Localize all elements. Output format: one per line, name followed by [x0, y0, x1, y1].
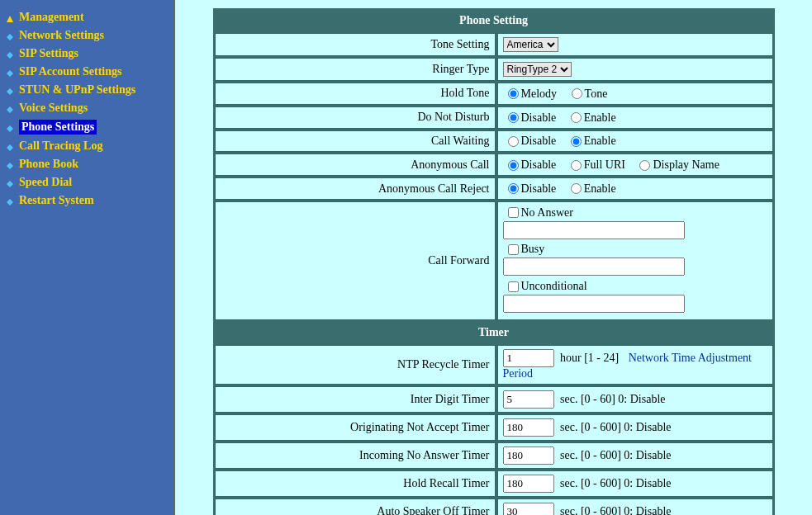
hold-tone-tone-radio[interactable] [572, 88, 582, 99]
sidebar-item-sip-settings[interactable]: SIP Settings [4, 45, 169, 63]
sidebar-item-label: Restart System [19, 194, 94, 207]
cf-no-answer-input[interactable] [503, 221, 685, 239]
call-waiting-label: Call Waiting [215, 130, 496, 153]
sidebar-item-label: Phone Book [19, 158, 78, 171]
ringer-type-select[interactable]: RingType 2 [503, 62, 572, 77]
hold-tone-melody-radio[interactable] [508, 88, 519, 99]
diamond-icon [6, 123, 14, 131]
sidebar: Management Network Settings SIP Settings… [0, 0, 173, 515]
svg-marker-4 [7, 88, 13, 95]
radio-label: Full URI [584, 158, 625, 171]
radio-label: Disable [521, 182, 557, 195]
incoming-no-ans-hint: sec. [0 - 600] 0: Disable [560, 449, 672, 461]
cf-unconditional-input[interactable] [503, 295, 685, 313]
ntp-timer-input[interactable] [503, 349, 554, 367]
radio-label: Disable [521, 158, 557, 171]
diamond-icon [6, 178, 14, 187]
orig-not-accept-hint: sec. [0 - 600] 0: Disable [560, 421, 672, 433]
ntp-timer-label: NTP Recycle Timer [215, 345, 496, 385]
settings-table: Phone Setting Tone Setting America Ringe… [213, 8, 775, 515]
anon-call-fulluri-radio[interactable] [571, 160, 582, 171]
main-content: Phone Setting Tone Setting America Ringe… [173, 0, 812, 515]
call-waiting-enable-radio[interactable] [571, 136, 582, 147]
tone-setting-select[interactable]: America [503, 37, 558, 52]
sidebar-item-label: Phone Settings [19, 120, 97, 135]
radio-label: Enable [584, 111, 616, 124]
sidebar-item-voice-settings[interactable]: Voice Settings [4, 99, 169, 117]
radio-label: Disable [521, 111, 557, 124]
diamond-icon [6, 142, 14, 150]
sidebar-item-management[interactable]: Management [4, 8, 169, 26]
diamond-icon [6, 31, 14, 40]
cf-unconditional-checkbox[interactable] [508, 281, 519, 292]
radio-label: Display Name [653, 158, 719, 171]
inter-digit-hint: sec. [0 - 60] 0: Disable [560, 393, 666, 405]
diamond-icon [6, 196, 14, 205]
checkbox-label: Unconditional [521, 280, 587, 292]
sidebar-item-label: STUN & UPnP Settings [19, 83, 135, 97]
svg-marker-2 [7, 52, 13, 59]
svg-marker-8 [7, 163, 13, 169]
cf-no-answer-checkbox[interactable] [508, 207, 519, 218]
sidebar-item-phone-settings[interactable]: Phone Settings [4, 117, 169, 137]
diamond-icon [6, 86, 14, 94]
hold-recall-input[interactable] [503, 475, 554, 493]
radio-label: Disable [521, 135, 557, 147]
hold-recall-label: Hold Recall Timer [215, 470, 496, 497]
svg-marker-3 [7, 70, 13, 77]
incoming-no-ans-input[interactable] [503, 446, 554, 465]
diamond-icon [6, 160, 14, 168]
sidebar-item-label: Voice Settings [19, 102, 88, 115]
sidebar-item-phone-book[interactable]: Phone Book [4, 155, 169, 173]
svg-marker-10 [7, 199, 13, 206]
anon-reject-enable-radio[interactable] [571, 183, 582, 194]
sidebar-item-label: Network Settings [19, 29, 104, 42]
anon-call-disable-radio[interactable] [508, 160, 519, 171]
triangle-up-icon [6, 13, 14, 21]
dnd-label: Do Not Disturb [215, 106, 496, 129]
auto-speaker-input[interactable] [503, 503, 554, 515]
sidebar-item-call-tracing-log[interactable]: Call Tracing Log [4, 137, 169, 155]
sidebar-item-label: Speed Dial [19, 176, 72, 189]
sidebar-item-label: SIP Account Settings [19, 65, 121, 78]
cf-busy-checkbox[interactable] [508, 244, 519, 255]
svg-marker-0 [7, 16, 13, 22]
svg-marker-6 [7, 125, 13, 132]
sidebar-item-stun-upnp-settings[interactable]: STUN & UPnP Settings [4, 81, 169, 99]
radio-label: Enable [584, 182, 616, 195]
dnd-disable-radio[interactable] [508, 112, 519, 123]
diamond-icon [6, 68, 14, 76]
ringer-type-label: Ringer Type [215, 58, 496, 81]
checkbox-label: Busy [521, 243, 545, 255]
auto-speaker-hint: sec. [0 - 600] 0: Disable [560, 505, 672, 515]
phone-setting-header: Phone Setting [215, 10, 773, 31]
dnd-enable-radio[interactable] [571, 112, 582, 123]
svg-marker-1 [7, 34, 13, 40]
sidebar-item-label: Call Tracing Log [19, 139, 102, 153]
anon-reject-label: Anonymous Call Reject [215, 177, 496, 200]
diamond-icon [6, 50, 14, 58]
sidebar-item-label: Management [19, 11, 84, 24]
checkbox-label: No Answer [521, 206, 573, 219]
sidebar-item-restart-system[interactable]: Restart System [4, 191, 169, 210]
timer-header: Timer [215, 322, 773, 343]
call-waiting-disable-radio[interactable] [508, 136, 519, 147]
sidebar-item-label: SIP Settings [19, 47, 78, 60]
anonymous-call-label: Anonymous Call [215, 154, 496, 176]
anon-reject-disable-radio[interactable] [508, 183, 519, 194]
sidebar-item-speed-dial[interactable]: Speed Dial [4, 173, 169, 191]
sidebar-item-sip-account-settings[interactable]: SIP Account Settings [4, 63, 169, 81]
radio-label: Tone [585, 87, 608, 100]
inter-digit-label: Inter Digit Timer [215, 386, 496, 413]
orig-not-accept-input[interactable] [503, 418, 554, 437]
anon-call-displayname-radio[interactable] [639, 160, 650, 171]
tone-setting-label: Tone Setting [215, 33, 496, 56]
inter-digit-input[interactable] [503, 390, 554, 409]
hold-tone-label: Hold Tone [215, 83, 496, 105]
orig-not-accept-label: Originating Not Accept Timer [215, 414, 496, 441]
svg-marker-9 [7, 181, 13, 187]
sidebar-item-network-settings[interactable]: Network Settings [4, 26, 169, 45]
cf-busy-input[interactable] [503, 258, 685, 276]
radio-label: Melody [521, 87, 558, 100]
svg-marker-7 [7, 144, 13, 151]
